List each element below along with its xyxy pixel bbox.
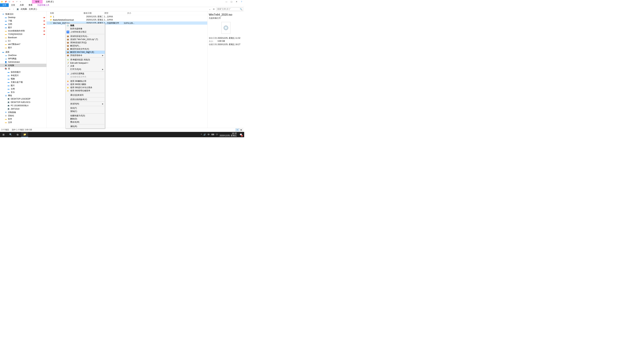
tree-item[interactable]: YUNQISHI2019	[8, 33, 22, 35]
ctx-copy[interactable]: 复制(C)	[66, 110, 105, 113]
ctx-extract-named[interactable]: 📦解压到 Win7x64_2020\ (E)	[66, 51, 105, 54]
ctx-baidu[interactable]: ☁上传到百度网盘	[66, 72, 105, 75]
tree-item[interactable]: 控制面板	[8, 111, 16, 114]
tree-item[interactable]: 库	[8, 67, 10, 70]
tree-item[interactable]: win7重装win7	[8, 43, 20, 46]
ctx-360-manager[interactable]: ◉使用 360管理右键菜单	[66, 89, 105, 92]
minimize-button[interactable]: —	[225, 0, 228, 3]
nav-tree[interactable]: ★快速访问 ▬Desktop📌 ▬下载📌 ▬文档📌 ▬图片📌 ▬excel表格制…	[0, 11, 46, 128]
ribbon-home[interactable]: 主页	[9, 3, 18, 7]
file-row[interactable]: 📁 1 2020/12/15, 星期二 1... 文件夹	[46, 15, 207, 18]
taskbar[interactable]: ⊞ 🔍 ⧉ 📁 ^ 🔊 中 ⌨ 🛡 16:32 2020/12/25, 星期五 …	[0, 132, 244, 137]
tree-item[interactable]: OneDrive	[8, 54, 16, 56]
ctx-qq-send[interactable]: 通过QQ发送到	[66, 93, 105, 97]
tree-item[interactable]: DESKTOP-LSSOEDP	[11, 98, 30, 100]
ctx-restore[interactable]: 还原以前的版本(V)	[66, 98, 105, 101]
ctx-burn[interactable]: 刻录光盘映像	[66, 27, 105, 30]
clock[interactable]: 16:32 2020/12/25, 星期五	[220, 132, 237, 137]
nav-up[interactable]: ↑	[12, 8, 15, 10]
ctx-other-zip[interactable]: 📦其他压缩命令▶	[66, 54, 105, 57]
qat-checked-icon[interactable]: ☑	[8, 0, 11, 3]
ctx-delete[interactable]: 删除(D)	[66, 117, 105, 120]
contextual-tab-manage[interactable]: 管理	[32, 0, 42, 3]
qat-undo-icon[interactable]: ↶	[16, 0, 18, 3]
ribbon-disc-tool[interactable]: 光盘映像工具	[35, 3, 52, 7]
ribbon-view[interactable]: 查看	[26, 3, 35, 7]
ctx-extract-here[interactable]: 📦解压到当前文件夹(X)	[66, 47, 105, 51]
ctx-share[interactable]: ↗共享	[66, 64, 105, 68]
start-button[interactable]: ⊞	[0, 132, 7, 137]
tree-item[interactable]: 回收站	[8, 114, 14, 117]
ctx-youdao[interactable]: 有上传到有道云笔记	[66, 30, 105, 33]
col-modified[interactable]: 修改日期	[84, 12, 104, 14]
task-view-button[interactable]: ⧉	[14, 132, 21, 137]
ribbon-share[interactable]: 共享	[18, 3, 26, 7]
ctx-360-trojan[interactable]: ◉使用 360进行木马云查杀	[66, 86, 105, 89]
tree-item[interactable]: Administrator	[8, 61, 20, 63]
tree-item[interactable]: WPS网盘	[8, 57, 16, 60]
tree-item[interactable]: Bandicam	[8, 36, 17, 39]
tree-network[interactable]: 网络	[8, 94, 12, 97]
ctx-extract-to[interactable]: 📦解压到(F)...	[66, 44, 105, 47]
view-icons[interactable]: ▦	[239, 128, 243, 131]
ctx-bee-browser[interactable]: ✿用 蜂蜜浏览器 浏览(3)	[66, 58, 105, 61]
ctx-mount[interactable]: 💿装载	[66, 24, 105, 27]
ctx-add-zip[interactable]: 📦添加到 "Win7x64_2020.zip" (T)	[66, 38, 105, 41]
tree-item[interactable]: 文件	[8, 121, 12, 124]
tree-item[interactable]: 下载	[8, 19, 12, 22]
tree-item[interactable]: 视频	[11, 77, 15, 80]
col-type[interactable]: 类型	[104, 12, 121, 14]
ctx-add-archive[interactable]: 📦添加到压缩文件(A)...	[66, 35, 105, 38]
qat-delete-icon[interactable]: ✕	[12, 0, 14, 3]
tree-desktop[interactable]: 桌面	[5, 51, 10, 53]
tree-item[interactable]: ZMT2019	[11, 108, 19, 110]
volume-icon[interactable]: 🔊	[204, 133, 206, 136]
close-button[interactable]: ✕	[235, 0, 238, 3]
col-size[interactable]: 大小	[121, 12, 134, 14]
tree-item[interactable]: DESKTOP-NJEU3CG	[11, 101, 30, 103]
tree-this-pc[interactable]: 此电脑	[8, 64, 14, 67]
notifications[interactable]: 💬3	[238, 132, 243, 137]
ctx-360-unlock[interactable]: ◉使用 360解除占用	[66, 80, 105, 83]
ctx-open-with[interactable]: 打开方式(H)▶	[66, 68, 105, 71]
ctx-notepadpp[interactable]: 📝Edit with Notepad++	[66, 61, 105, 64]
tree-item[interactable]: 保存的图片	[11, 71, 21, 73]
search-input[interactable]: 搜索"文档 (E:)" 🔍	[216, 7, 243, 11]
nav-recent[interactable]: ▾	[8, 8, 11, 10]
tree-item[interactable]: excel表格制作求和	[8, 29, 25, 32]
tree-item[interactable]: Desktop	[8, 16, 16, 18]
ctx-open-360zip[interactable]: 📦用360压缩打开(Q)	[66, 41, 105, 44]
search-button[interactable]: 🔍	[7, 132, 14, 137]
tree-item[interactable]: 文档	[8, 23, 12, 26]
nav-forward[interactable]: →	[5, 8, 8, 10]
keyboard-icon[interactable]: ⌨	[211, 133, 214, 136]
tree-item[interactable]: PC-20190530OBLA	[11, 104, 28, 107]
qat-dropdown-icon[interactable]: ▾	[19, 0, 22, 3]
col-name[interactable]: 名称	[46, 12, 84, 14]
ctx-cut[interactable]: 剪切(T)	[66, 107, 105, 110]
tray-expand[interactable]: ^	[201, 133, 202, 136]
tree-item[interactable]: 软件	[8, 118, 12, 120]
crumb-loc[interactable]: 文档 (E:)	[29, 8, 37, 10]
help-icon[interactable]: ?	[240, 0, 243, 3]
breadcrumb[interactable]: 💻 › 此电脑 › 文档 (E:) ›	[16, 8, 207, 10]
refresh-button[interactable]: ⟳	[212, 8, 215, 10]
ctx-rename[interactable]: 重命名(M)	[66, 120, 105, 124]
maximize-button[interactable]: ▢	[230, 0, 233, 3]
addr-dropdown[interactable]: ⌄	[208, 8, 211, 10]
tree-item[interactable]: 图片	[8, 26, 12, 29]
ime-indicator[interactable]: 中	[208, 133, 210, 136]
shield-icon[interactable]: 🛡	[216, 133, 218, 136]
tree-item[interactable]: G:\	[8, 40, 11, 42]
crumb-root[interactable]: 此电脑	[21, 8, 27, 10]
file-row[interactable]: 📁 BaiduNetdiskDownload 2020/12/25, 星期五 1…	[46, 18, 207, 21]
tree-item[interactable]: 图片	[11, 84, 15, 87]
tree-item[interactable]: 文档	[11, 87, 15, 90]
tree-item[interactable]: 音乐	[11, 91, 15, 94]
ribbon-file[interactable]: 文件	[0, 3, 9, 7]
tree-item[interactable]: 图片	[8, 46, 12, 49]
view-details[interactable]: ≡	[236, 128, 239, 131]
tree-quick-access[interactable]: 快速访问	[5, 13, 14, 15]
tree-item[interactable]: 天翼云盘下载	[11, 81, 23, 84]
ctx-properties[interactable]: 属性(R)	[66, 125, 105, 128]
